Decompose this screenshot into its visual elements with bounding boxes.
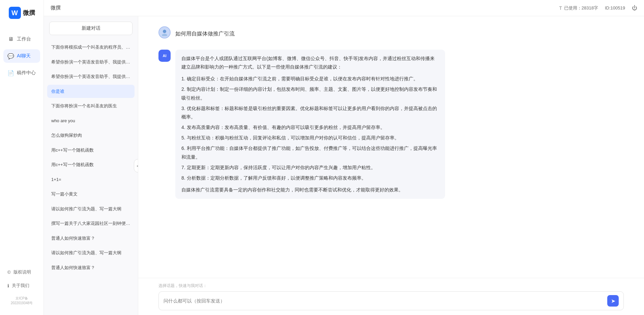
- chat-input[interactable]: [164, 298, 604, 304]
- user-avatar: [158, 26, 171, 38]
- chat-main: 如何用自媒体做推广引流 AI 自媒体平台是个人或团队通过互联网平台(如博客、微博…: [138, 16, 644, 315]
- input-box: ➤: [158, 291, 624, 310]
- send-icon: ➤: [611, 298, 615, 304]
- list-item[interactable]: 你是谁: [47, 85, 135, 98]
- usage-label: 已使用：28318字: [564, 5, 598, 11]
- new-chat-button[interactable]: 新建对话: [49, 22, 133, 35]
- ai-para-8: 8. 分析数据：定期分析数据，了解用户反馈和喜好，以便调整推广策略和内容发布频率…: [181, 174, 439, 182]
- ai-para-2: 2. 制定内容计划：制定一份详细的内容计划，包括发布时间、频率、主题、文案、图片…: [181, 85, 439, 102]
- list-item[interactable]: 希望你扮演一个英语发音助手、我提供给你...: [47, 55, 135, 69]
- copyright-label: 版权说明: [13, 269, 31, 275]
- about-icon: ℹ: [7, 283, 9, 288]
- copyright-item[interactable]: © 版权说明: [3, 266, 40, 278]
- list-item[interactable]: 下面你将模拟成一个叫圣友的程序员、我说...: [47, 41, 135, 54]
- sidebar-item-label-workbench: 工作台: [17, 36, 31, 42]
- logo-area: W 微撰: [9, 7, 35, 19]
- ai-para-3: 3. 优化标题和标签：标题和标签是吸引粉丝的重要因素。优化标题和标签可以让更多的…: [181, 104, 439, 121]
- workbench-icon: 🖥: [7, 36, 14, 43]
- chat-input-area: 选择话题，快速与我对话： ➤: [138, 278, 644, 315]
- ai-para-0: 自媒体平台是个人或团队通过互联网平台(如博客、微博、微信公众号、抖音、快手等)发…: [181, 54, 439, 71]
- ai-para-5: 5. 与粉丝互动：积极与粉丝互动，回复评论和私信，可以增加用户对你的认可和信任，…: [181, 134, 439, 142]
- ai-message-row: AI 自媒体平台是个人或团队通过互联网平台(如博客、微博、微信公众号、抖音、快手…: [158, 50, 624, 199]
- quick-topics-label: 选择话题，快速与我对话：: [158, 283, 624, 289]
- about-label: 关于我们: [12, 283, 29, 289]
- nav-bottom: © 版权说明 ℹ 关于我们 京ICP备2022019348号: [0, 266, 43, 308]
- list-item[interactable]: 用c++写一个随机函数: [47, 143, 135, 157]
- list-item[interactable]: who are you: [47, 114, 135, 128]
- list-item[interactable]: 普通人如何快速致富？: [47, 261, 135, 274]
- list-item[interactable]: 普通人如何快速致富？: [47, 232, 135, 245]
- chat-list: 下面你将模拟成一个叫圣友的程序员、我说... 希望你扮演一个英语发音助手、我提供…: [44, 41, 138, 315]
- ai-para-1: 1. 确定目标受众：在开始自媒体推广引流之前，需要明确目标受众是谁，以便在发布内…: [181, 75, 439, 83]
- svg-point-0: [163, 30, 166, 33]
- copyright-icon: ©: [7, 270, 11, 275]
- user-question-text: 如何用自媒体做推广引流: [175, 29, 235, 38]
- ai-para-4: 4. 发布高质量内容：发布高质量、有价值、有趣的内容可以吸引更多的粉丝，并提高用…: [181, 123, 439, 132]
- topbar-right: T 已使用：28318字 ID:100519 ⏻: [559, 5, 637, 11]
- ai-chat-icon: 💬: [7, 53, 14, 59]
- usage-info: T 已使用：28318字: [559, 5, 598, 11]
- ai-message-content: 自媒体平台是个人或团队通过互联网平台(如博客、微博、微信公众号、抖音、快手等)发…: [175, 50, 445, 199]
- topbar: 微撰 T 已使用：28318字 ID:100519 ⏻: [44, 0, 644, 16]
- ai-para-7: 7. 定期更新：定期更新内容，保持活跃度，可以让用户对你的内容产生兴趣，增加用户…: [181, 163, 439, 172]
- usage-icon: T: [559, 5, 562, 11]
- drafts-icon: 📄: [7, 70, 14, 76]
- nav-items: 🖥 工作台 💬 AI聊天 📄 稿件中心: [0, 32, 43, 266]
- user-message-content: 如何用自媒体做推广引流: [175, 26, 235, 42]
- sidebar-nav: W 微撰 🖥 工作台 💬 AI聊天 📄 稿件中心 © 版权说明 ℹ 关于我们 京…: [0, 0, 44, 315]
- list-item[interactable]: 怎么做狗屎炒肉: [47, 129, 135, 142]
- sidebar-item-drafts[interactable]: 📄 稿件中心: [3, 66, 40, 80]
- list-item[interactable]: 1+1=: [47, 173, 135, 186]
- sidebar-item-label-drafts: 稿件中心: [17, 70, 36, 76]
- list-item[interactable]: 用c++写一个随机函数: [47, 158, 135, 172]
- ai-para-6: 6. 利用平台推广功能：自媒体平台都提供了推广功能，如广告投放、付费推广等，可以…: [181, 144, 439, 161]
- chat-sidebar: 新建对话 下面你将模拟成一个叫圣友的程序员、我说... 希望你扮演一个英语发音助…: [44, 16, 138, 315]
- icp-text: 京ICP备2022019348号: [3, 293, 40, 308]
- topbar-title: 微撰: [51, 5, 61, 11]
- list-item[interactable]: 请以如何推广引流为题、写一篇大纲: [47, 202, 135, 216]
- content-area: 新建对话 下面你将模拟成一个叫圣友的程序员、我说... 希望你扮演一个英语发音助…: [44, 16, 644, 315]
- sidebar-item-workbench[interactable]: 🖥 工作台: [3, 32, 40, 46]
- list-item[interactable]: 撰写一篇关于八大家花园社区一刻钟便民生...: [47, 217, 135, 230]
- list-item[interactable]: 写一篇小黄文: [47, 187, 135, 201]
- svg-point-1: [162, 34, 167, 36]
- list-item[interactable]: 请以如何推广引流为题、写一篇大纲: [47, 246, 135, 260]
- sidebar-item-label-ai-chat: AI聊天: [17, 53, 31, 59]
- send-button[interactable]: ➤: [607, 295, 619, 307]
- main-area: 微撰 T 已使用：28318字 ID:100519 ⏻ 新建对话 下面你将模拟成…: [44, 0, 644, 315]
- logo-text: 微撰: [23, 9, 35, 17]
- list-item[interactable]: 下面你将扮演一个名叫圣友的医生: [47, 99, 135, 113]
- ai-avatar: AI: [158, 50, 171, 62]
- logo-icon: W: [9, 7, 21, 19]
- list-item[interactable]: 希望你扮演一个英语发音助手、我提供给你...: [47, 70, 135, 83]
- user-message-row: 如何用自媒体做推广引流: [158, 26, 624, 42]
- logout-icon[interactable]: ⏻: [632, 5, 637, 11]
- sidebar-item-ai-chat[interactable]: 💬 AI聊天: [3, 49, 40, 63]
- collapse-button[interactable]: ◀: [134, 159, 138, 173]
- ai-para-9: 自媒体推广引流需要具备一定的内容创作和社交能力，同时也需要不断尝试和优化，才能取…: [181, 186, 439, 194]
- about-item[interactable]: ℹ 关于我们: [3, 280, 40, 291]
- chat-messages: 如何用自媒体做推广引流 AI 自媒体平台是个人或团队通过互联网平台(如博客、微博…: [138, 16, 644, 278]
- id-label: ID:100519: [605, 5, 625, 10]
